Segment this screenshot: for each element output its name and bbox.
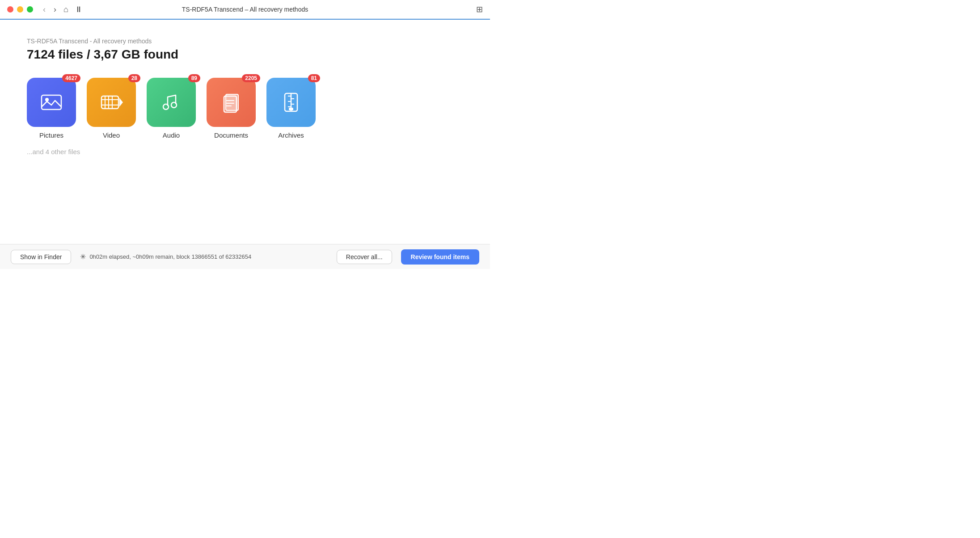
video-label: Video xyxy=(103,131,120,139)
file-type-pictures[interactable]: 4627 Pictures xyxy=(27,78,76,139)
show-in-finder-button[interactable]: Show in Finder xyxy=(11,250,71,264)
pictures-icon-box xyxy=(27,78,76,127)
close-button[interactable] xyxy=(7,6,13,13)
title-bar: ‹ › ⌂ ⏸ TS-RDF5A Transcend – All recover… xyxy=(0,0,490,20)
video-icon-wrapper: 28 xyxy=(87,78,136,127)
video-badge: 28 xyxy=(128,74,140,82)
file-type-documents[interactable]: 2205 Documents xyxy=(207,78,256,139)
svg-marker-8 xyxy=(119,98,123,107)
pictures-icon xyxy=(39,90,64,115)
file-type-audio[interactable]: 89 Audio xyxy=(147,78,196,139)
documents-icon xyxy=(219,90,244,115)
review-found-items-button[interactable]: Review found items xyxy=(401,249,479,265)
documents-icon-box xyxy=(207,78,256,127)
documents-icon-wrapper: 2205 xyxy=(207,78,256,127)
other-files-text: ...and 4 other files xyxy=(27,148,463,156)
nav-buttons: ‹ › xyxy=(40,4,59,14)
home-button[interactable]: ⌂ xyxy=(63,5,68,14)
bottom-bar: Show in Finder ✳ 0h02m elapsed, ~0h09m r… xyxy=(0,244,490,269)
archives-label: Archives xyxy=(278,131,304,139)
documents-label: Documents xyxy=(214,131,248,139)
archives-badge: 81 xyxy=(308,74,320,82)
video-icon-box xyxy=(87,78,136,127)
spinner-icon: ✳ xyxy=(80,252,86,261)
window-title: TS-RDF5A Transcend – All recovery method… xyxy=(182,6,308,13)
file-types-grid: 4627 Pictures 28 xyxy=(27,78,463,139)
pictures-icon-wrapper: 4627 xyxy=(27,78,76,127)
audio-icon-box xyxy=(147,78,196,127)
layout-icon[interactable]: ⊞ xyxy=(476,4,483,14)
audio-icon-wrapper: 89 xyxy=(147,78,196,127)
audio-badge: 89 xyxy=(188,74,200,82)
svg-rect-2 xyxy=(101,96,118,109)
pictures-label: Pictures xyxy=(39,131,63,139)
documents-badge: 2205 xyxy=(242,74,260,82)
status-text: 0h02m elapsed, ~0h09m remain, block 1386… xyxy=(89,253,251,260)
main-title: 7124 files / 3,67 GB found xyxy=(27,47,463,62)
svg-rect-23 xyxy=(289,108,293,110)
traffic-lights xyxy=(7,6,33,13)
audio-label: Audio xyxy=(163,131,180,139)
subtitle: TS-RDF5A Transcend - All recovery method… xyxy=(27,38,463,45)
svg-rect-0 xyxy=(42,95,61,109)
archives-icon-wrapper: 81 xyxy=(266,78,316,127)
main-content: TS-RDF5A Transcend - All recovery method… xyxy=(0,20,490,173)
video-icon xyxy=(99,90,124,115)
svg-rect-12 xyxy=(224,96,237,112)
pause-button[interactable]: ⏸ xyxy=(75,5,83,14)
svg-point-9 xyxy=(163,104,169,109)
back-button[interactable]: ‹ xyxy=(40,4,48,14)
forward-button[interactable]: › xyxy=(51,4,59,14)
svg-point-10 xyxy=(171,102,177,108)
minimize-button[interactable] xyxy=(17,6,23,13)
archives-icon-box xyxy=(266,78,316,127)
file-type-archives[interactable]: 81 Archives xyxy=(266,78,316,139)
file-type-video[interactable]: 28 Video xyxy=(87,78,136,139)
pictures-badge: 4627 xyxy=(62,74,80,82)
audio-icon xyxy=(159,90,184,115)
archives-icon xyxy=(279,90,304,115)
recover-all-button[interactable]: Recover all... xyxy=(337,250,392,264)
status-area: ✳ 0h02m elapsed, ~0h09m remain, block 13… xyxy=(80,252,327,261)
maximize-button[interactable] xyxy=(27,6,33,13)
